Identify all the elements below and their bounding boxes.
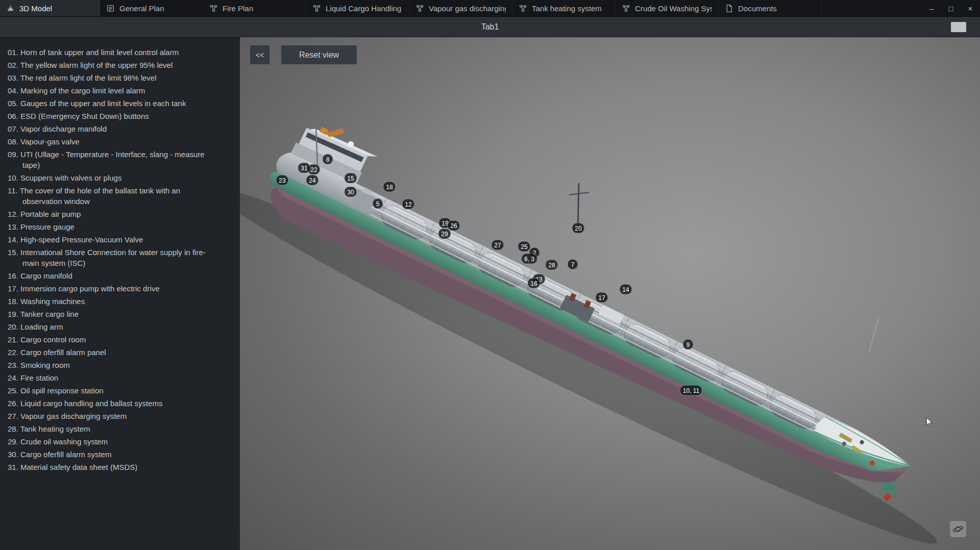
legend-item-label: 02. The yellow alarm light of the upper … [8, 61, 173, 69]
tab[interactable]: General Plan [100, 0, 203, 16]
legend-item[interactable]: 01. Horn of tank upper and limit level c… [8, 46, 234, 59]
ship-marker[interactable]: 24 [306, 175, 318, 186]
legend-item[interactable]: 21. Cargo control room [8, 333, 234, 346]
legend-item[interactable]: 24. Fire station [8, 371, 234, 384]
ship-marker-label: 12 [405, 201, 411, 208]
ship-marker[interactable]: 9 [683, 339, 694, 350]
ship-marker[interactable]: 12 [402, 199, 414, 210]
ship-marker[interactable]: 7 [568, 259, 578, 270]
tab[interactable]: Vapour gas discharging [409, 0, 512, 16]
ship-marker[interactable]: 18 [383, 182, 396, 192]
ship-marker[interactable]: 27 [491, 240, 504, 251]
legend-item[interactable]: 27. Vapour gas discharging system [8, 410, 234, 422]
ship-marker[interactable]: 28 [545, 260, 558, 270]
ship-marker[interactable]: 26 [447, 220, 460, 231]
legend-item[interactable]: 05. Gauges of the upper and limit levels… [8, 97, 234, 110]
ship-marker[interactable]: 5 [373, 198, 383, 209]
legend-item[interactable]: 26. Liquid cargo handling and ballast sy… [8, 397, 234, 410]
collapse-panel-button[interactable]: << [250, 45, 270, 64]
legend-item[interactable]: 08. Vapour-gas valve [8, 135, 234, 148]
ship-marker-label: 14 [622, 286, 629, 293]
maximize-button[interactable]: □ [941, 0, 961, 16]
legend-item[interactable]: 17. Immersion cargo pump with electric d… [8, 282, 234, 295]
close-button[interactable]: × [961, 0, 980, 16]
tab[interactable]: Liquid Cargo Handling [306, 0, 409, 16]
tab[interactable]: Documents [719, 0, 822, 16]
tanker-ship-3d-model[interactable] [240, 37, 980, 550]
legend-item[interactable]: 03. The red alarm light of the limit 98%… [8, 71, 234, 84]
legend-item-label: 18. Washing machines [8, 297, 85, 306]
main-content: 01. Horn of tank upper and limit level c… [0, 37, 980, 550]
legend-item-label: 08. Vapour-gas valve [8, 137, 80, 146]
ship-marker[interactable]: 30 [344, 187, 357, 197]
ship-marker-label: 26 [450, 222, 457, 229]
ship-marker[interactable]: 23 [276, 175, 288, 186]
legend-item[interactable]: 16. Cargo manifold [8, 269, 234, 282]
ship-marker-label: 9 [687, 341, 690, 348]
legend-item[interactable]: 29. Crude oil washing system [8, 435, 234, 448]
legend-item-label: 16. Cargo manifold [8, 271, 72, 280]
subheader-right-button[interactable] [951, 22, 966, 32]
legend-item-label: 11. The cover of the hole of the ballast… [8, 186, 180, 206]
system-icon [209, 4, 218, 13]
tab[interactable]: 3D Model [0, 0, 100, 16]
orbit-view-button[interactable] [950, 521, 966, 537]
legend-item[interactable]: 09. UTI (Ullage - Temperature - Interfac… [8, 148, 234, 171]
reset-view-button[interactable]: Reset view [281, 45, 357, 64]
ship-marker[interactable]: 25 [518, 241, 530, 252]
ship-marker[interactable]: 16 [527, 278, 540, 289]
minimize-button[interactable]: – [922, 0, 941, 16]
ship-marker[interactable]: 15 [344, 173, 357, 184]
legend-item[interactable]: 12. Portable air pump [8, 208, 234, 220]
legend-item[interactable]: 07. Vapor discharge manifold [8, 122, 234, 135]
legend-item-label: 28. Tank heating system [8, 424, 90, 433]
legend-item[interactable]: 13. Pressure gauge [8, 220, 234, 233]
subheader-bar: Tab1 [0, 17, 980, 37]
window-controls: – □ × [922, 0, 980, 16]
window-control-glyph: – [929, 4, 934, 13]
legend-item[interactable]: 31. Material safety data sheet (MSDS) [8, 461, 234, 473]
tab[interactable]: Crude Oil Washing Sys [616, 0, 719, 16]
legend-item-label: 20. Loading arm [8, 322, 63, 331]
ship-marker[interactable]: 8 [323, 154, 333, 165]
viewport-3d[interactable]: 8 22 31 23 24 15 [240, 37, 980, 550]
tab-label: 3D Model [19, 4, 52, 13]
ship-marker[interactable]: 6, 3 [521, 254, 537, 264]
legend-item[interactable]: 19. Tanker cargo line [8, 308, 234, 320]
legend-item[interactable]: 10. Scuppers with valves or plugs [8, 171, 234, 184]
legend-item-label: 27. Vapour gas discharging system [8, 412, 127, 420]
legend-item[interactable]: 15. International Shore Connection for w… [8, 246, 234, 269]
legend-sidebar: 01. Horn of tank upper and limit level c… [0, 37, 240, 550]
legend-item[interactable]: 04. Marking of the cargo limit level ala… [8, 84, 234, 97]
legend-item[interactable]: 18. Washing machines [8, 295, 234, 308]
legend-item[interactable]: 20. Loading arm [8, 320, 234, 333]
tab-label: Documents [738, 4, 777, 13]
legend-item[interactable]: 28. Tank heating system [8, 422, 234, 435]
ship-marker[interactable]: 10, 11 [680, 385, 702, 396]
legend-item[interactable]: 22. Cargo oferfill alarm panel [8, 346, 234, 359]
tab[interactable]: Fire Plan [203, 0, 306, 16]
ship-marker[interactable]: 14 [619, 284, 632, 295]
ship-marker[interactable]: 31 [298, 163, 310, 173]
legend-item[interactable]: 06. ESD (Emergency Shut Down) buttons [8, 110, 234, 122]
tab[interactable]: Tank heating system [512, 0, 616, 16]
ship-marker-label: 5 [376, 200, 380, 207]
legend-item[interactable]: 02. The yellow alarm light of the upper … [8, 59, 234, 71]
plan-icon [106, 4, 115, 13]
legend-item-label: 23. Smoking room [8, 361, 70, 369]
legend-item-label: 14. High-speed Pressure-Vacuum Valve [8, 235, 143, 244]
legend-item-label: 31. Material safety data sheet (MSDS) [8, 463, 137, 471]
legend-item[interactable]: 23. Smoking room [8, 359, 234, 371]
ship-marker[interactable]: 17 [595, 292, 608, 303]
tab-label: Liquid Cargo Handling [326, 4, 401, 13]
ship-marker[interactable]: 29 [438, 229, 451, 239]
chevron-down-icon[interactable] [217, 112, 227, 121]
legend-item[interactable]: 25. Oil spill response station [8, 384, 234, 397]
legend-item-label: 12. Portable air pump [8, 210, 81, 218]
ship-marker-label: 24 [309, 177, 315, 184]
legend-item[interactable]: 11. The cover of the hole of the ballast… [8, 184, 234, 208]
ship-marker[interactable]: 20 [572, 223, 584, 234]
legend-item[interactable]: 14. High-speed Pressure-Vacuum Valve [8, 233, 234, 246]
legend-item-label: 29. Crude oil washing system [8, 437, 108, 446]
legend-item[interactable]: 30. Cargo oferfill alarm system [8, 448, 234, 461]
